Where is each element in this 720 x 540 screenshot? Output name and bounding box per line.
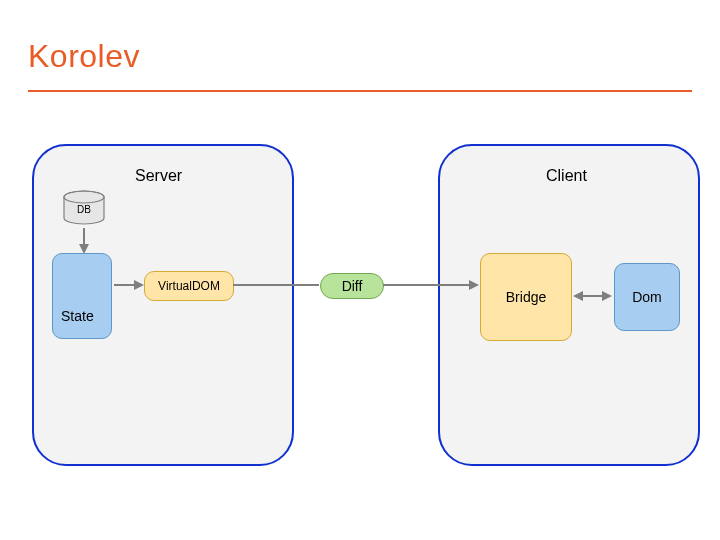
client-label: Client: [546, 167, 587, 185]
server-label: Server: [135, 167, 182, 185]
database-icon: DB: [62, 190, 106, 226]
virtualdom-box: VirtualDOM: [144, 271, 234, 301]
db-label: DB: [77, 204, 91, 215]
dom-box: Dom: [614, 263, 680, 331]
state-box: State: [52, 253, 112, 339]
dom-label: Dom: [632, 289, 662, 305]
diff-label: Diff: [342, 278, 363, 294]
bridge-box: Bridge: [480, 253, 572, 341]
virtualdom-label: VirtualDOM: [158, 279, 220, 293]
slide: Korolev Server Client DB State VirtualDO…: [0, 0, 720, 540]
bridge-label: Bridge: [506, 289, 546, 305]
state-label: State: [61, 308, 94, 324]
diff-pill: Diff: [320, 273, 384, 299]
page-title: Korolev: [28, 38, 140, 75]
title-rule: [28, 90, 692, 92]
